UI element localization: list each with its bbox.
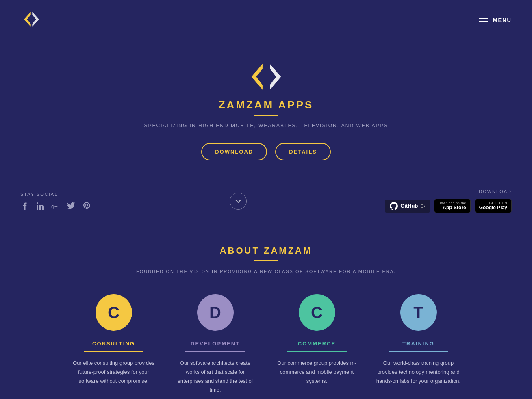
service-icon-commerce: C <box>299 294 335 331</box>
hero-subtitle: SPECIALIZING IN HIGH END MOBILE, WEARABL… <box>144 123 388 128</box>
service-title-training: TRAINING <box>376 340 461 347</box>
service-divider-consulting <box>84 351 143 352</box>
google-play-badge[interactable]: GET IT ON Google Play <box>475 199 512 213</box>
linkedin-icon[interactable] <box>36 202 45 210</box>
hamburger-icon <box>479 18 488 22</box>
service-divider-development <box>185 351 245 352</box>
service-icon-development: D <box>197 294 234 331</box>
github-label: GitHub <box>400 203 418 209</box>
hero-buttons: DOWNLOAD DETAILS <box>201 143 331 160</box>
app-store-badge[interactable]: Download on the App Store <box>434 199 471 213</box>
chevron-down-icon <box>235 198 241 204</box>
service-card-consulting: C CONSULTING Our elite consulting group … <box>63 294 165 395</box>
appstore-sub: Download on the <box>439 201 466 205</box>
about-title: ABOUT ZAMZAM <box>8 245 524 256</box>
googleplus-icon[interactable]: g+ <box>51 202 60 210</box>
appstore-main: App Store <box>439 205 466 210</box>
social-section: STAY SOCIAL g+ <box>20 192 91 210</box>
hero-title: ZAMZAM APPS <box>219 99 314 111</box>
svg-marker-0 <box>24 12 30 27</box>
svg-marker-1 <box>32 12 39 27</box>
navbar: MENU <box>0 0 532 40</box>
service-icon-consulting: C <box>96 294 132 331</box>
service-title-consulting: CONSULTING <box>71 340 156 347</box>
twitter-icon[interactable] <box>67 202 76 210</box>
scroll-down-button[interactable] <box>230 193 247 210</box>
hero-section: ZAMZAM APPS SPECIALIZING IN HIGH END MOB… <box>0 40 532 173</box>
service-desc-consulting: Our elite consulting group provides futu… <box>71 359 156 386</box>
service-divider-commerce <box>287 351 347 352</box>
service-title-development: DEVELOPMENT <box>173 340 258 347</box>
service-card-training: T TRAINING Our world-class training grou… <box>368 294 469 395</box>
about-section: ABOUT ZAMZAM FOUNDED ON THE VISION IN PR… <box>0 221 532 399</box>
stay-social-label: STAY SOCIAL <box>20 192 91 197</box>
github-arrow: C› <box>420 204 425 208</box>
hero-divider <box>254 115 278 116</box>
menu-button[interactable]: MENU <box>479 17 512 23</box>
details-button[interactable]: DETAILS <box>275 143 331 160</box>
svg-marker-2 <box>251 64 262 90</box>
logo-small[interactable] <box>20 8 43 32</box>
service-icon-training: T <box>400 294 437 331</box>
service-title-commerce: COMMERCE <box>274 340 360 347</box>
service-desc-development: Our software architects create works of … <box>173 359 258 395</box>
download-label: DOWNLOAD <box>385 189 512 194</box>
svg-text:g+: g+ <box>51 203 58 209</box>
download-button[interactable]: DOWNLOAD <box>201 143 267 160</box>
social-bar: STAY SOCIAL g+ DOWNLOAD <box>0 173 532 221</box>
download-section: DOWNLOAD GitHub C› Download on the App S… <box>385 189 512 213</box>
service-card-commerce: C COMMERCE Our commerce group provides m… <box>266 294 368 395</box>
googleplay-sub: GET IT ON <box>479 201 507 205</box>
service-desc-commerce: Our commerce group provides m-commerce a… <box>274 359 360 386</box>
download-badges: GitHub C› Download on the App Store GET … <box>385 199 512 213</box>
about-divider <box>254 260 278 261</box>
menu-label: MENU <box>493 17 512 23</box>
logo-large <box>244 56 289 99</box>
about-subtitle: FOUNDED ON THE VISION IN PROVIDING A NEW… <box>8 269 524 274</box>
social-icons: g+ <box>20 202 91 210</box>
svg-point-5 <box>37 202 38 204</box>
pinterest-icon[interactable] <box>82 202 91 210</box>
service-divider-training <box>389 351 448 352</box>
service-card-development: D DEVELOPMENT Our software architects cr… <box>165 294 266 395</box>
github-badge[interactable]: GitHub C› <box>385 200 430 213</box>
services-grid: C CONSULTING Our elite consulting group … <box>8 294 524 395</box>
github-icon <box>390 202 398 210</box>
svg-rect-4 <box>37 205 38 210</box>
service-desc-training: Our world-class training group provides … <box>376 359 461 386</box>
svg-marker-3 <box>270 64 281 90</box>
facebook-icon[interactable] <box>20 202 29 210</box>
googleplay-main: Google Play <box>479 205 507 210</box>
